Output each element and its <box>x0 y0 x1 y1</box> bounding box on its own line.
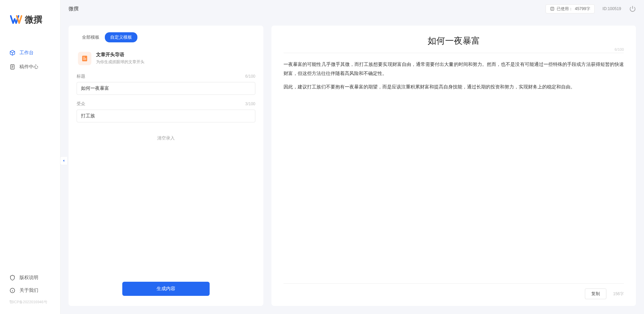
usage-value: 45799字 <box>575 6 590 12</box>
doc-title-count: 6/100 <box>614 47 624 51</box>
nav-item-workspace[interactable]: 工作台 <box>0 46 60 60</box>
audience-input[interactable] <box>77 110 255 122</box>
app-title: 微撰 <box>69 6 79 12</box>
sidebar-footer: 版权说明 关于我们 鄂ICP备2022016946号 <box>0 271 60 314</box>
svg-rect-13 <box>83 58 86 58</box>
svg-rect-14 <box>83 60 86 60</box>
title-input[interactable] <box>77 82 255 95</box>
logo-area: 微撰 <box>0 0 60 36</box>
logo-text: 微撰 <box>25 14 42 26</box>
footer-label: 版权说明 <box>19 275 38 281</box>
document-icon <box>9 64 15 70</box>
title-label: 标题 <box>77 73 85 79</box>
logo-icon <box>10 13 22 26</box>
left-panel: 全部模板 自定义模板 文章开头导语 为你生成抓眼球的文章开 <box>69 26 263 306</box>
right-panel: 如何一夜暴富 6/100 一夜暴富的可能性几乎微乎其微，而打工族想要实现财富自由… <box>271 26 636 306</box>
footer-item-copyright[interactable]: 版权说明 <box>0 271 60 284</box>
doc-footer: 复制 156字 <box>284 283 624 299</box>
usage-badge[interactable]: 已使用： 45799字 <box>546 4 594 13</box>
nav-label: 稿件中心 <box>19 64 38 70</box>
generate-button[interactable]: 生成内容 <box>122 282 210 296</box>
footer-item-about[interactable]: 关于我们 <box>0 284 60 297</box>
article-icon <box>81 55 88 62</box>
template-info: 文章开头导语 为你生成抓眼球的文章开头 <box>77 49 255 73</box>
word-count: 156字 <box>613 291 624 297</box>
tab-all-templates[interactable]: 全部模板 <box>77 32 105 42</box>
sidebar: 微撰 工作台 稿件中心 <box>0 0 60 314</box>
icp-text: 鄂ICP备2022016946号 <box>0 297 60 307</box>
template-icon <box>78 52 91 65</box>
template-tabs: 全部模板 自定义模板 <box>77 32 255 42</box>
info-icon <box>9 287 15 293</box>
user-id: ID:100519 <box>603 6 621 11</box>
cube-icon <box>9 50 15 56</box>
form-group-title: 标题 6/100 <box>77 73 255 95</box>
content: 全部模板 自定义模板 文章开头导语 为你生成抓眼球的文章开 <box>60 17 644 314</box>
template-meta: 文章开头导语 为你生成抓眼球的文章开头 <box>96 52 144 65</box>
audience-count: 3/100 <box>245 102 255 106</box>
shield-icon <box>9 275 15 281</box>
doc-paragraph: 因此，建议打工族们不要抱有一夜暴富的期望，而是应该注重积累财富和提高自身技能，通… <box>284 82 624 91</box>
title-count: 6/100 <box>245 74 255 79</box>
template-desc: 为你生成抓眼球的文章开头 <box>96 59 144 65</box>
doc-body[interactable]: 一夜暴富的可能性几乎微乎其微，而打工族想要实现财富自由，通常需要付出大量的时间和… <box>284 60 624 283</box>
collapse-sidebar-button[interactable] <box>60 157 67 165</box>
doc-title-row: 如何一夜暴富 6/100 <box>284 35 624 53</box>
text-icon <box>550 6 555 11</box>
main: 微撰 已使用： 45799字 ID:100519 <box>60 0 644 314</box>
clear-input-button[interactable]: 清空录入 <box>77 128 255 148</box>
svg-rect-12 <box>83 57 85 57</box>
copy-button[interactable]: 复制 <box>585 288 606 299</box>
power-icon[interactable] <box>629 5 636 12</box>
footer-label: 关于我们 <box>19 287 38 293</box>
tab-custom-templates[interactable]: 自定义模板 <box>105 32 137 42</box>
nav-menu: 工作台 稿件中心 <box>0 36 60 271</box>
svg-rect-7 <box>551 7 554 10</box>
doc-title[interactable]: 如何一夜暴富 <box>284 35 624 47</box>
nav-label: 工作台 <box>19 50 34 56</box>
doc-paragraph: 一夜暴富的可能性几乎微乎其微，而打工族想要实现财富自由，通常需要付出大量的时间和… <box>284 60 624 78</box>
audience-label: 受众 <box>77 101 85 107</box>
usage-label: 已使用： <box>557 6 573 12</box>
form-group-audience: 受众 3/100 <box>77 101 255 122</box>
nav-item-drafts[interactable]: 稿件中心 <box>0 60 60 74</box>
template-name: 文章开头导语 <box>96 52 144 58</box>
header: 微撰 已使用： 45799字 ID:100519 <box>60 0 644 17</box>
chevron-left-icon <box>62 159 66 162</box>
